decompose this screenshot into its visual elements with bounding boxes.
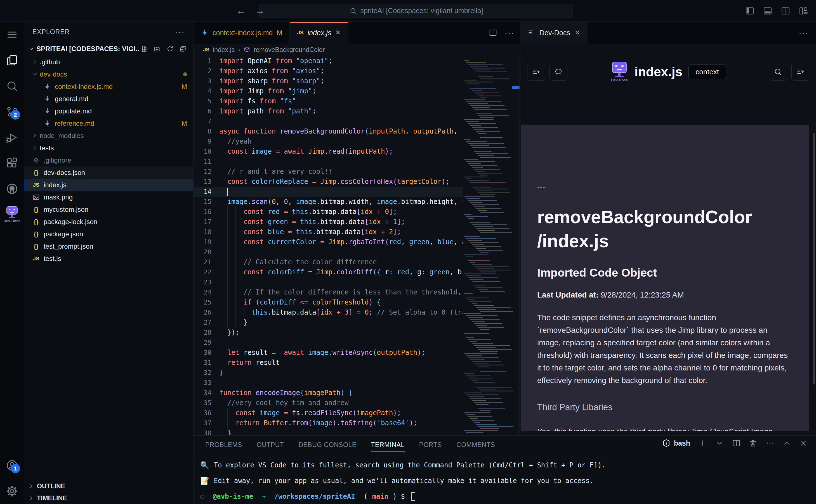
activity-extensions-icon[interactable]	[0, 150, 24, 176]
file-label: populate.md	[55, 107, 92, 115]
back-icon[interactable]: ←	[236, 5, 246, 16]
file-row-package-lock.json[interactable]: {}package-lock.json	[24, 216, 193, 228]
file-row-mask.png[interactable]: mask.png	[24, 191, 193, 203]
file-row-node_modules[interactable]: node_modules	[24, 130, 193, 142]
close-icon[interactable]: ✕	[575, 29, 580, 37]
outline-section[interactable]: OUTLINE	[24, 480, 193, 492]
file-row-index.js[interactable]: JSindex.js	[24, 179, 193, 191]
layout-sidebar-left-icon[interactable]	[745, 6, 755, 16]
split-editor-icon[interactable]	[489, 28, 497, 37]
doc-paragraph: Yes, this function uses the third-party …	[537, 425, 793, 431]
line-number: 7	[193, 116, 212, 126]
editor-scrollbar[interactable]	[518, 56, 520, 435]
refresh-icon[interactable]	[166, 45, 174, 53]
activity-accounts-icon[interactable]: 1	[0, 453, 24, 478]
new-file-icon[interactable]	[141, 45, 148, 53]
file-row-tests[interactable]: tests	[24, 142, 193, 154]
split-icon[interactable]	[732, 439, 741, 447]
search-icon	[774, 68, 782, 76]
devdocs-scrollbar[interactable]	[813, 133, 815, 384]
layout-sidebar-right-icon[interactable]	[781, 6, 790, 16]
activity-source-control-icon[interactable]: 2	[0, 99, 24, 125]
breadcrumb[interactable]: JS index.js › removeBackgroundColor	[193, 44, 520, 56]
devdocs-doc-title: index.js	[635, 64, 682, 79]
line-number: 8	[193, 126, 212, 136]
chat-button[interactable]	[549, 63, 567, 81]
activity-settings-icon[interactable]	[0, 478, 24, 504]
collapse-all-icon[interactable]	[179, 45, 186, 53]
new-folder-icon[interactable]	[153, 45, 161, 53]
trash-icon[interactable]	[749, 439, 757, 447]
devdocs-list-button[interactable]	[791, 63, 809, 81]
file-row-.gitignore[interactable]: .gitignore	[24, 154, 193, 167]
layout-panel-bottom-icon[interactable]	[763, 6, 772, 16]
file-label: test.js	[44, 255, 61, 263]
panel-tab-debug-console[interactable]: DEBUG CONSOLE	[298, 437, 356, 452]
activity-explorer-icon[interactable]	[0, 47, 24, 73]
git-modified-dot	[183, 72, 187, 76]
terminal[interactable]: 🔍To explore VS Code to its fullest, sear…	[193, 454, 816, 504]
minimap[interactable]	[462, 56, 520, 435]
activity-dev-docs-extension-icon[interactable]: Dev-Docs	[0, 202, 24, 227]
activity-search-icon[interactable]	[0, 73, 24, 99]
tab-context-index.js.md[interactable]: context-index.js.mdM	[193, 22, 290, 44]
breadcrumb-separator: ›	[238, 46, 240, 54]
outline-label: OUTLINE	[37, 482, 65, 490]
devdocs-more-icon[interactable]: ···	[799, 28, 809, 37]
editor-group: context-index.js.mdMJSindex.js✕ ··· JS i…	[193, 22, 520, 435]
panel-tab-output[interactable]: OUTPUT	[257, 437, 284, 452]
file-row-dev-docs.json[interactable]: {}dev-docs.json	[24, 167, 193, 179]
file-row-package.json[interactable]: {}package.json	[24, 228, 193, 240]
file-row-.github[interactable]: .github	[24, 56, 193, 68]
panel-tab-terminal[interactable]: TERMINAL	[371, 437, 405, 452]
json-icon: {}	[34, 243, 38, 250]
panel-tab-comments[interactable]: COMMENTS	[456, 437, 495, 452]
chevron-down-icon[interactable]	[715, 439, 724, 447]
tab-index.js[interactable]: JSindex.js✕	[290, 22, 348, 44]
editor-more-icon[interactable]: ···	[504, 28, 514, 37]
devdocs-search-button[interactable]	[769, 63, 787, 81]
file-row-reference.md[interactable]: reference.mdM	[24, 117, 193, 130]
devdocs-panel: Dev-Docs ✕ ···	[520, 22, 816, 435]
js-icon: JS	[203, 47, 210, 53]
close-icon[interactable]	[799, 439, 808, 447]
file-row-context-index.js.md[interactable]: context-index.js.mdM	[24, 80, 193, 93]
panel-tab-problems[interactable]: PROBLEMS	[205, 437, 242, 452]
plus-icon[interactable]	[699, 439, 707, 447]
prompt-path: /workspaces/spriteAI	[274, 493, 355, 500]
doc-heading-line1: removeBackgroundColor	[537, 205, 793, 229]
chevron-right-icon	[28, 495, 34, 501]
panel-tab-ports[interactable]: PORTS	[419, 437, 442, 452]
devdocs-tab[interactable]: Dev-Docs ✕	[520, 22, 587, 44]
activity-run-debug-icon[interactable]	[0, 125, 24, 150]
activity-github-icon[interactable]	[0, 176, 24, 202]
file-row-general.md[interactable]: general.md	[24, 93, 193, 105]
command-center-search[interactable]: spriteAI [Codespaces: vigilant umbrella]	[260, 4, 573, 18]
explorer-more-icon[interactable]: ···	[175, 27, 185, 37]
file-label: .gitignore	[44, 156, 71, 164]
toc-button[interactable]	[527, 63, 545, 81]
explorer-sidebar: EXPLORER ··· SPRITEAI [CODESPACES: VIGI.…	[24, 22, 193, 504]
file-row-test.js[interactable]: JStest.js	[24, 253, 193, 265]
workspace-section-header[interactable]: SPRITEAI [CODESPACES: VIGI...	[24, 42, 193, 56]
close-icon[interactable]: ✕	[335, 29, 341, 37]
activity-menu-icon[interactable]	[0, 22, 24, 47]
code-editor[interactable]: 1import OpenAI from "openai";2import axi…	[193, 56, 520, 435]
shell-selector[interactable]: $ bash	[662, 439, 690, 447]
image-icon	[32, 193, 40, 201]
file-row-dev-docs[interactable]: dev-docs	[24, 68, 193, 80]
file-row-mycustom.json[interactable]: {}mycustom.json	[24, 203, 193, 216]
file-row-test_prompt.json[interactable]: {}test_prompt.json	[24, 240, 193, 253]
chevron-up-icon[interactable]	[782, 439, 791, 447]
text-cursor	[227, 188, 228, 196]
file-row-populate.md[interactable]: populate.md	[24, 105, 193, 117]
timeline-section[interactable]: TIMELINE	[24, 492, 193, 504]
line-number: 35	[193, 398, 212, 408]
ellipsis-icon[interactable]	[766, 439, 774, 447]
layout-grid-icon[interactable]	[799, 6, 808, 16]
file-label: reference.md	[55, 120, 94, 127]
forward-icon[interactable]: →	[255, 5, 265, 16]
doc-subheading: Imported Code Object	[537, 266, 793, 279]
context-button[interactable]: context	[689, 65, 726, 79]
json-icon: {}	[34, 230, 38, 238]
